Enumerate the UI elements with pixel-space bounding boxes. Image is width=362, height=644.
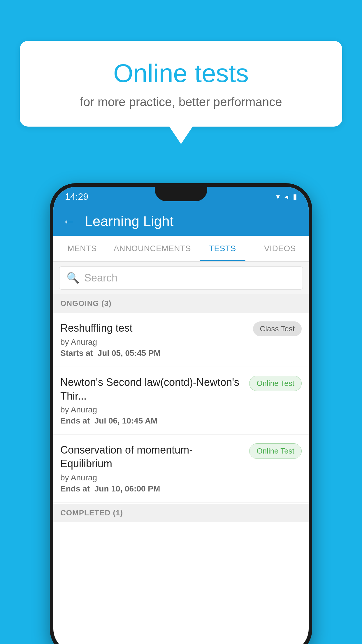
ongoing-section-header: ONGOING (3) xyxy=(53,294,309,313)
speech-bubble-subtitle: for more practice, better performance xyxy=(43,95,319,109)
search-container: 🔍 Search xyxy=(53,262,309,294)
test-item-time: Starts at Jul 05, 05:45 PM xyxy=(60,349,247,358)
tabs-container: MENTS ANNOUNCEMENTS TESTS VIDEOS xyxy=(53,236,309,262)
search-input-wrapper[interactable]: 🔍 Search xyxy=(59,266,303,290)
status-icons: ▾ ◂ ▮ xyxy=(276,192,297,201)
phone-frame: 14:29 ▾ ◂ ▮ ← Learning Light MENTS ANNOU… xyxy=(50,183,312,644)
test-item[interactable]: Conservation of momentum-Equilibrium by … xyxy=(53,435,309,503)
signal-icon: ◂ xyxy=(284,192,288,201)
speech-bubble: Online tests for more practice, better p… xyxy=(20,41,342,127)
tab-videos[interactable]: VIDEOS xyxy=(251,236,309,261)
search-placeholder: Search xyxy=(84,272,117,284)
tab-tests[interactable]: TESTS xyxy=(194,236,251,261)
notch xyxy=(155,187,207,201)
tab-ments[interactable]: MENTS xyxy=(53,236,111,261)
status-time: 14:29 xyxy=(65,191,88,202)
app-bar-title: Learning Light xyxy=(85,213,173,229)
back-button[interactable]: ← xyxy=(62,213,76,229)
test-item-author: by Anurag xyxy=(60,405,243,414)
test-badge: Online Test xyxy=(249,443,302,459)
test-item-left: Newton's Second law(contd)-Newton's Thir… xyxy=(60,376,249,426)
test-item-name: Newton's Second law(contd)-Newton's Thir… xyxy=(60,376,243,403)
test-item-left: Reshuffling test by Anurag Starts at Jul… xyxy=(60,321,253,358)
wifi-icon: ▾ xyxy=(276,192,280,201)
test-badge: Online Test xyxy=(249,376,302,391)
test-item-time: Ends at Jul 06, 10:45 AM xyxy=(60,416,243,426)
test-item-name: Reshuffling test xyxy=(60,321,247,335)
test-item-author: by Anurag xyxy=(60,473,243,482)
test-item-left: Conservation of momentum-Equilibrium by … xyxy=(60,443,249,494)
test-item-time: Ends at Jun 10, 06:00 PM xyxy=(60,484,243,494)
test-badge: Class Test xyxy=(253,321,302,336)
battery-icon: ▮ xyxy=(293,192,297,201)
test-item[interactable]: Reshuffling test by Anurag Starts at Jul… xyxy=(53,313,309,367)
tab-announcements[interactable]: ANNOUNCEMENTS xyxy=(111,236,194,261)
speech-bubble-title: Online tests xyxy=(43,58,319,88)
test-item-name: Conservation of momentum-Equilibrium xyxy=(60,443,243,471)
speech-bubble-arrow xyxy=(169,127,193,144)
test-item[interactable]: Newton's Second law(contd)-Newton's Thir… xyxy=(53,367,309,435)
completed-section-header: COMPLETED (1) xyxy=(53,504,309,522)
phone-inner: 14:29 ▾ ◂ ▮ ← Learning Light MENTS ANNOU… xyxy=(53,187,309,644)
completed-section-title: COMPLETED (1) xyxy=(60,508,123,517)
status-bar: 14:29 ▾ ◂ ▮ xyxy=(53,187,309,206)
ongoing-section-title: ONGOING (3) xyxy=(60,299,112,308)
search-icon: 🔍 xyxy=(66,272,80,284)
test-item-author: by Anurag xyxy=(60,337,247,347)
app-bar: ← Learning Light xyxy=(53,206,309,236)
speech-bubble-container: Online tests for more practice, better p… xyxy=(20,41,342,144)
